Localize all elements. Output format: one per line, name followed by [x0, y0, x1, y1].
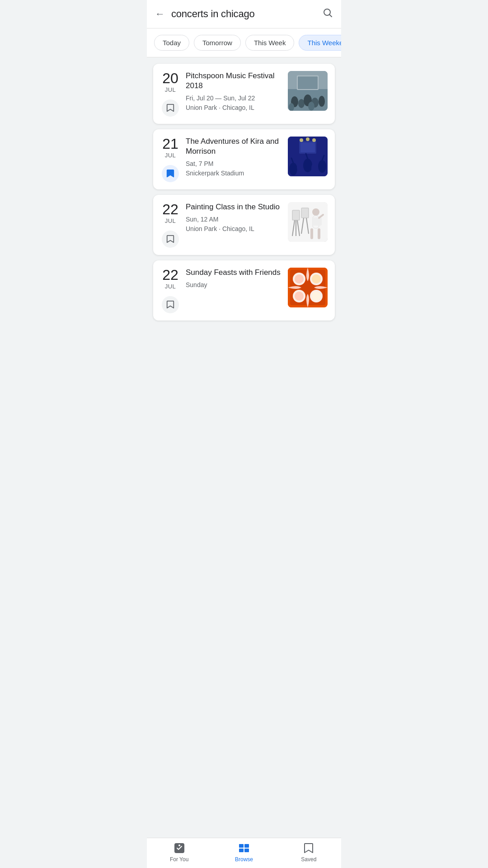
svg-point-23 [318, 160, 326, 173]
event-title: Sunday Feasts with Friends [186, 268, 282, 278]
svg-point-17 [306, 137, 310, 141]
svg-point-46 [312, 274, 321, 283]
svg-point-50 [312, 292, 321, 301]
event-card-e2[interactable]: 21 JUL The Adventures of Kira and Morris… [153, 129, 335, 189]
svg-point-16 [300, 138, 303, 142]
bookmark-button[interactable] [162, 231, 179, 248]
svg-point-48 [295, 292, 304, 301]
event-venue: Snickerpark Stadium [186, 169, 282, 178]
event-date-str: Sunday [186, 280, 282, 290]
filter-chip-today[interactable]: Today [154, 35, 189, 51]
svg-point-10 [319, 96, 325, 107]
event-month: JUL [165, 283, 176, 290]
svg-rect-34 [301, 208, 309, 218]
event-card-e3[interactable]: 22 JUL Painting Class in the Studio Sun,… [153, 195, 335, 255]
event-title: Pitchspoon Music Festival 2018 [186, 71, 282, 91]
svg-point-12 [308, 102, 314, 111]
page-title: concerts in chicago [171, 8, 322, 20]
filter-chip-this-week[interactable]: This Week [245, 35, 295, 51]
svg-rect-39 [310, 228, 313, 239]
event-date-col: 22 JUL [160, 268, 180, 313]
event-info: Sunday Feasts with Friends Sunday [186, 268, 282, 290]
event-info: Pitchspoon Music Festival 2018 Fri, Jul … [186, 71, 282, 113]
svg-rect-5 [298, 76, 318, 89]
event-info: Painting Class in the Studio Sun, 12 AM … [186, 202, 282, 234]
event-card-e4[interactable]: 22 JUL Sunday Feasts with Friends Sunday [153, 260, 335, 321]
event-image [288, 202, 328, 242]
svg-point-19 [289, 163, 297, 175]
svg-rect-40 [318, 228, 320, 239]
filter-chip-tomorrow[interactable]: Tomorrow [194, 35, 241, 51]
event-date-col: 22 JUL [160, 202, 180, 248]
event-date-str: Sat, 7 PM [186, 159, 282, 169]
event-card-e1[interactable]: 20 JUL Pitchspoon Music Festival 2018 Fr… [153, 64, 335, 124]
event-venue: Union Park · Chicago, IL [186, 103, 282, 113]
svg-point-44 [295, 274, 304, 283]
event-image [288, 137, 328, 176]
filter-bar: TodayTomorrowThis WeekThis Weekend [147, 28, 341, 57]
bookmark-button[interactable] [162, 99, 179, 117]
event-image [288, 71, 328, 111]
event-title: Painting Class in the Studio [186, 202, 282, 212]
svg-point-18 [312, 138, 316, 142]
event-date-str: Fri, Jul 20 — Sun, Jul 22 [186, 94, 282, 103]
event-month: JUL [165, 217, 176, 224]
event-venue: Union Park · Chicago, IL [186, 224, 282, 234]
event-month: JUL [165, 152, 176, 159]
back-button[interactable]: ← [155, 9, 165, 19]
bookmark-button[interactable] [162, 296, 179, 313]
event-date-str: Sun, 12 AM [186, 215, 282, 224]
event-info: The Adventures of Kira and Morrison Sat,… [186, 137, 282, 178]
event-day: 22 [162, 202, 178, 217]
event-day: 21 [162, 137, 178, 151]
header: ← concerts in chicago [147, 0, 341, 28]
event-image [288, 268, 328, 307]
svg-line-1 [330, 15, 332, 17]
svg-point-35 [312, 208, 319, 216]
event-date-col: 21 JUL [160, 137, 180, 182]
svg-point-21 [303, 159, 312, 172]
event-date-col: 20 JUL [160, 71, 180, 117]
svg-point-20 [297, 162, 304, 173]
event-day: 22 [162, 268, 178, 282]
svg-point-22 [311, 162, 319, 174]
event-title: The Adventures of Kira and Morrison [186, 137, 282, 156]
svg-rect-31 [292, 210, 300, 220]
search-button[interactable] [322, 7, 333, 21]
svg-point-7 [298, 99, 305, 108]
svg-rect-15 [300, 142, 315, 152]
bookmark-button[interactable] [162, 165, 179, 182]
filter-chip-this-weekend[interactable]: This Weekend [299, 35, 341, 51]
event-day: 20 [162, 71, 178, 85]
event-list: 20 JUL Pitchspoon Music Festival 2018 Fr… [147, 57, 341, 361]
svg-rect-37 [313, 217, 322, 226]
event-month: JUL [165, 86, 176, 93]
